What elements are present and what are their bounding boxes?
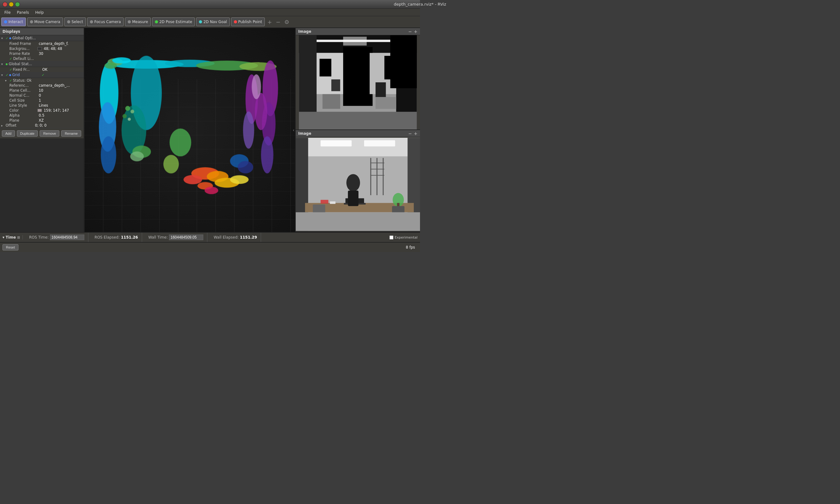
fixed-frame-row: Fixed Frame camera_depth_f. (0, 41, 84, 46)
grid-arrow[interactable]: ▾ (1, 73, 6, 77)
svg-point-25 (238, 161, 253, 174)
displays-empty-space (0, 139, 84, 232)
tool-select[interactable]: Select (64, 17, 86, 26)
tool-focus-camera[interactable]: Focus Camera (87, 17, 124, 26)
3d-viewport[interactable]: ‹ (84, 28, 295, 232)
pointcloud-visualization (84, 28, 295, 232)
titlebar-buttons[interactable] (2, 2, 20, 7)
svg-rect-54 (343, 37, 367, 46)
global-status-arrow[interactable]: ▾ (1, 62, 6, 66)
tool-interact[interactable]: Interact (1, 17, 26, 26)
viewport-scroll[interactable]: ‹ (293, 128, 294, 132)
color-image-plus[interactable]: + (414, 131, 417, 136)
color-image-controls[interactable]: − + (409, 131, 417, 136)
viewport-canvas[interactable]: ‹ (84, 28, 295, 232)
svg-point-15 (170, 128, 191, 156)
tool-2d-nav[interactable]: 2D Nav Goal (196, 17, 229, 26)
grid-color-swatch[interactable] (37, 109, 42, 112)
experimental-text: Experimental (395, 235, 417, 239)
global-status-row[interactable]: ▾ ● Global Stat... (0, 61, 84, 67)
image-panels: Image − + (295, 28, 420, 232)
svg-point-14 (243, 111, 254, 148)
timebar-expand-icon[interactable]: ⊞ (17, 235, 20, 239)
2d-pose-icon (155, 20, 158, 23)
svg-point-27 (131, 109, 134, 113)
depth-image-content (296, 35, 420, 129)
ros-time-input[interactable] (50, 235, 84, 240)
wall-elapsed-value: 1151.29 (240, 235, 257, 239)
depth-image-title: Image (298, 29, 311, 34)
displays-header: Displays (0, 28, 84, 35)
line-style-row: Line Style Lines (0, 103, 84, 108)
experimental-label[interactable]: Experimental (389, 235, 417, 239)
background-color-row: Backgrou... 48; 48; 48 (0, 46, 84, 51)
global-options-row[interactable]: ▾ ✓ ● Global Opti... (0, 35, 84, 41)
color-image-minus[interactable]: − (409, 131, 412, 136)
svg-point-10 (261, 136, 274, 174)
main-area: Displays ▾ ✓ ● Global Opti... Fixed Fram… (0, 28, 420, 232)
tool-measure-label: Measure (132, 20, 148, 24)
depth-image-minus[interactable]: − (409, 29, 412, 34)
svg-rect-64 (383, 158, 384, 195)
rename-display-button[interactable]: Rename (61, 130, 81, 137)
timebar: ▾ Time ⊞ ROS Time: ROS Elapsed: 1151.26 … (0, 232, 420, 242)
grid-reference-row: Referenc... camera_depth_... (0, 83, 84, 88)
menu-file[interactable]: File (1, 10, 14, 15)
svg-rect-77 (296, 212, 420, 231)
color-image-panel: Image − + (296, 130, 420, 232)
extra-tool-button[interactable]: ⚙ (283, 19, 290, 25)
depth-image-header: Image − + (296, 28, 420, 35)
maximize-button[interactable] (15, 2, 20, 7)
grid-alpha-row: Alpha 0.5 (0, 113, 84, 118)
grid-status-row: ▾ ✓ Status: Ok (0, 78, 84, 83)
fps-display: 8 fps (406, 245, 417, 250)
experimental-checkbox[interactable] (389, 235, 393, 239)
remove-tool-button[interactable]: − (274, 19, 282, 25)
duplicate-display-button[interactable]: Duplicate (17, 130, 38, 137)
svg-rect-67 (370, 175, 384, 176)
close-button[interactable] (2, 2, 7, 7)
depth-image-plus[interactable]: + (414, 29, 417, 34)
ros-elapsed-label: ROS Elapsed: (95, 235, 120, 239)
tool-2d-pose[interactable]: 2D Pose Estimate (152, 17, 195, 26)
menu-help[interactable]: Help (32, 10, 47, 15)
svg-rect-52 (323, 94, 340, 109)
minimize-button[interactable] (9, 2, 14, 7)
timebar-label: Time (6, 235, 16, 239)
plane-cells-row: Plane Cell... 10 (0, 88, 84, 93)
timebar-collapse-arrow[interactable]: ▾ (2, 235, 4, 239)
ros-elapsed-section: ROS Elapsed: 1151.26 (91, 233, 142, 242)
color-image-header: Image − + (296, 130, 420, 137)
focus-camera-icon (90, 20, 93, 23)
tool-measure[interactable]: Measure (125, 17, 151, 26)
svg-point-73 (346, 174, 360, 192)
depth-image-svg (296, 35, 420, 129)
svg-rect-46 (299, 112, 417, 129)
grid-section-row[interactable]: ▾ ✓ ● Grid ✓ (0, 72, 84, 78)
depth-image-panel: Image − + (296, 28, 420, 130)
displays-title: Displays (2, 29, 20, 34)
depth-image-controls[interactable]: − + (409, 29, 417, 34)
global-options-arrow[interactable]: ▾ (1, 36, 6, 40)
svg-point-18 (184, 175, 202, 184)
ros-time-label: ROS Time: (29, 235, 49, 239)
tool-publish-point[interactable]: Publish Point (231, 17, 265, 26)
svg-rect-74 (348, 191, 359, 206)
menu-panels[interactable]: Panels (14, 10, 32, 15)
ros-elapsed-value: 1151.26 (121, 235, 138, 239)
grid-offset-row: ▸ Offset 0; 0; 0 (0, 123, 84, 128)
remove-display-button[interactable]: Remove (40, 130, 59, 137)
svg-rect-62 (370, 158, 371, 195)
svg-point-33 (252, 74, 261, 99)
window-title: depth_camera.rviz* - RViz (394, 2, 420, 6)
bg-color-swatch[interactable] (37, 47, 42, 50)
svg-rect-65 (370, 162, 384, 163)
tool-move-camera[interactable]: Move Camera (27, 17, 63, 26)
reset-button[interactable]: Reset (2, 244, 18, 250)
add-display-button[interactable]: Add (2, 130, 15, 137)
color-image-content (296, 137, 420, 231)
add-tool-button[interactable]: + (266, 19, 273, 25)
svg-point-28 (122, 114, 127, 118)
wall-time-input[interactable] (169, 235, 203, 240)
displays-tree[interactable]: ▾ ✓ ● Global Opti... Fixed Frame camera_… (0, 35, 84, 128)
